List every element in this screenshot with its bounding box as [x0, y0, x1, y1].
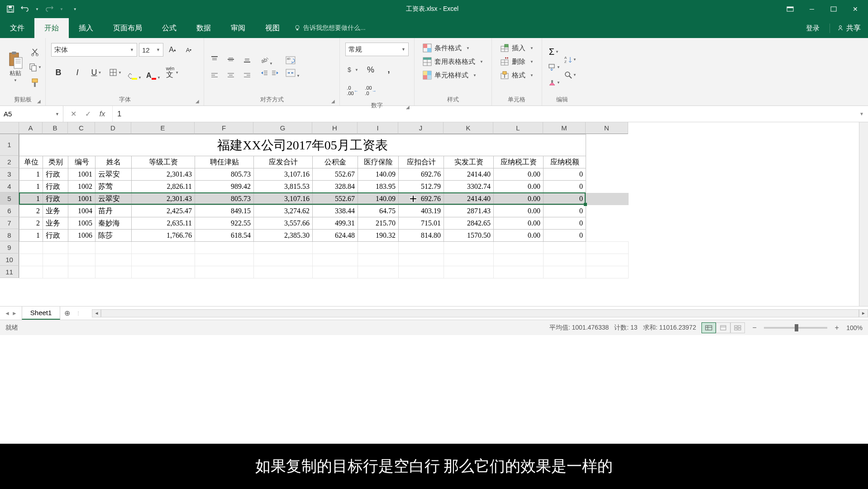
- orientation-button[interactable]: ab▼: [260, 56, 279, 67]
- align-middle-button[interactable]: [224, 53, 238, 66]
- empty-cell[interactable]: [313, 266, 358, 278]
- empty-cell[interactable]: [68, 266, 95, 278]
- empty-cell[interactable]: [254, 266, 313, 278]
- select-all-corner[interactable]: [0, 122, 19, 134]
- column-header[interactable]: I: [358, 122, 398, 134]
- empty-cell[interactable]: [544, 266, 586, 278]
- view-normal-button[interactable]: [701, 322, 716, 333]
- empty-cell[interactable]: [494, 266, 544, 278]
- column-header[interactable]: E: [131, 122, 195, 134]
- header-cell[interactable]: 医疗保险: [358, 156, 399, 168]
- column-header[interactable]: N: [586, 122, 628, 134]
- sort-filter-button[interactable]: AZ▼: [564, 53, 577, 66]
- tab-home[interactable]: 开始: [34, 18, 69, 38]
- header-cell[interactable]: 等级工资: [132, 156, 195, 168]
- percent-button[interactable]: %: [363, 62, 378, 77]
- align-top-button[interactable]: [208, 53, 221, 66]
- empty-cell[interactable]: [313, 242, 358, 254]
- data-cell[interactable]: 3,107.16: [254, 193, 313, 205]
- empty-cell[interactable]: [494, 254, 544, 266]
- tab-data[interactable]: 数据: [186, 18, 221, 38]
- data-cell[interactable]: 552.67: [313, 193, 358, 205]
- grow-font-button[interactable]: A▴: [165, 43, 180, 57]
- empty-cell[interactable]: [544, 254, 586, 266]
- empty-cell[interactable]: [444, 242, 494, 254]
- fill-color-button[interactable]: ▼: [127, 65, 142, 80]
- data-cell[interactable]: 2: [19, 217, 43, 230]
- data-cell[interactable]: 0: [544, 193, 586, 205]
- delete-cells-button[interactable]: 删除▼: [497, 55, 536, 68]
- row-header[interactable]: 3: [0, 168, 19, 180]
- data-cell[interactable]: 1: [19, 168, 43, 181]
- insert-cells-button[interactable]: 插入▼: [497, 42, 536, 54]
- header-cell[interactable]: 应纳税工资: [494, 156, 544, 168]
- align-left-button[interactable]: [208, 69, 221, 82]
- empty-cell[interactable]: [399, 254, 444, 266]
- expand-formula-icon[interactable]: ▼: [855, 106, 868, 122]
- empty-cell[interactable]: [132, 266, 195, 278]
- column-header[interactable]: B: [43, 122, 68, 134]
- zoom-out-button[interactable]: −: [750, 324, 758, 332]
- data-cell[interactable]: 190.32: [358, 230, 399, 242]
- empty-cell[interactable]: [68, 254, 95, 266]
- format-painter-button[interactable]: [29, 77, 42, 89]
- clear-button[interactable]: ▼: [548, 77, 560, 89]
- header-cell[interactable]: 姓名: [95, 156, 132, 168]
- data-cell[interactable]: 849.15: [195, 205, 254, 217]
- launcher-icon[interactable]: ◢: [37, 99, 41, 104]
- data-cell[interactable]: 1001: [68, 168, 95, 181]
- data-cell[interactable]: 552.67: [313, 168, 358, 181]
- font-name-combo[interactable]: 宋体▼: [51, 43, 137, 57]
- data-cell[interactable]: 云翠安: [95, 168, 132, 181]
- empty-cell[interactable]: [68, 242, 95, 254]
- data-cell[interactable]: 3,107.16: [254, 168, 313, 181]
- row-header[interactable]: 4: [0, 180, 19, 192]
- merge-button[interactable]: ▼: [286, 69, 300, 79]
- data-cell[interactable]: 1002: [68, 181, 95, 193]
- data-cell[interactable]: 0: [544, 168, 586, 181]
- wrap-text-button[interactable]: ab: [286, 56, 300, 66]
- title-cell[interactable]: 福建XX公司2017年05月工资表: [19, 134, 586, 156]
- redo-icon[interactable]: [45, 5, 53, 13]
- horizontal-scrollbar[interactable]: ◄ ►: [92, 307, 868, 320]
- data-cell[interactable]: 2842.65: [444, 217, 494, 230]
- data-cell[interactable]: 业务: [43, 205, 68, 217]
- data-cell[interactable]: 陈莎: [95, 230, 132, 242]
- column-header[interactable]: A: [19, 122, 43, 134]
- close-icon[interactable]: ✕: [846, 2, 864, 16]
- copy-button[interactable]: ▼: [29, 61, 42, 74]
- fill-button[interactable]: ▼: [548, 61, 560, 74]
- font-color-button[interactable]: A▼: [146, 65, 161, 80]
- data-cell[interactable]: 0: [544, 217, 586, 230]
- data-cell[interactable]: 1005: [68, 217, 95, 230]
- data-cell[interactable]: 2,385.30: [254, 230, 313, 242]
- view-layout-button[interactable]: [716, 322, 730, 333]
- empty-cell[interactable]: [586, 266, 629, 278]
- minimize-icon[interactable]: ─: [803, 2, 821, 16]
- empty-cell[interactable]: [95, 242, 132, 254]
- tab-review[interactable]: 审阅: [221, 18, 255, 38]
- data-cell[interactable]: 苗丹: [95, 205, 132, 217]
- data-cell[interactable]: 989.42: [195, 181, 254, 193]
- data-cell[interactable]: 403.19: [399, 205, 444, 217]
- data-cell[interactable]: 215.70: [358, 217, 399, 230]
- data-cell[interactable]: 715.01: [399, 217, 444, 230]
- scroll-left-icon[interactable]: ◄: [92, 309, 101, 317]
- empty-cell[interactable]: [19, 254, 43, 266]
- empty-cell[interactable]: [586, 254, 629, 266]
- empty-cell[interactable]: [399, 266, 444, 278]
- row-header[interactable]: 7: [0, 217, 19, 229]
- column-header[interactable]: J: [398, 122, 444, 134]
- number-format-combo[interactable]: 常规▼: [345, 43, 409, 56]
- launcher-icon[interactable]: ◢: [196, 99, 199, 104]
- data-cell[interactable]: 1: [19, 230, 43, 242]
- data-cell[interactable]: 业务: [43, 217, 68, 230]
- header-cell[interactable]: 应纳税额: [544, 156, 586, 168]
- name-box[interactable]: A5▼: [0, 106, 63, 122]
- qat-customize-icon[interactable]: ▼: [73, 7, 77, 11]
- empty-cell[interactable]: [95, 266, 132, 278]
- paste-button[interactable]: 粘贴 ▼: [4, 50, 27, 84]
- share-button[interactable]: 共享: [830, 24, 868, 33]
- data-cell[interactable]: 692.76: [399, 193, 444, 205]
- tab-file[interactable]: 文件: [0, 18, 34, 38]
